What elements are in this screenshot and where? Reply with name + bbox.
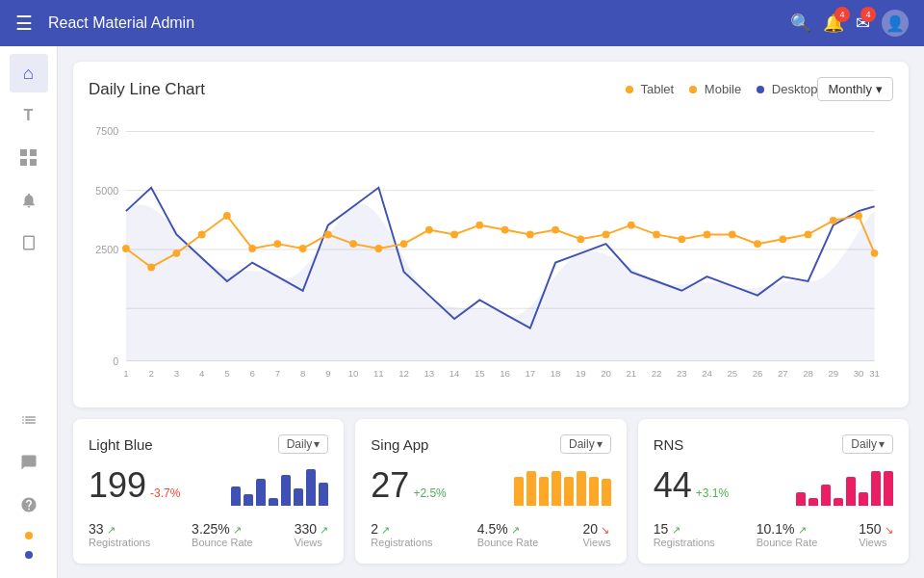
svg-text:29: 29 [828, 368, 838, 379]
mini-bar [319, 483, 328, 506]
stat-filter-button[interactable]: Daily ▾ [560, 434, 611, 454]
svg-rect-1 [30, 149, 37, 156]
metric-value: 10.1% [757, 521, 795, 537]
stat-filter-button[interactable]: Daily ▾ [278, 434, 329, 454]
mini-bars [514, 467, 611, 506]
mini-bar [821, 485, 831, 506]
mini-bars [796, 467, 893, 506]
sidebar-item-book[interactable] [10, 223, 48, 262]
svg-point-31 [577, 235, 584, 243]
metric-label: Views [859, 537, 893, 548]
notifications-icon[interactable]: 🔔 4 [823, 13, 844, 34]
chart-legend: Tablet Mobile Desktop [626, 82, 817, 96]
stat-change: -3.7% [150, 486, 180, 500]
svg-point-19 [273, 240, 281, 248]
chart-controls: Monthly ▾ [817, 77, 893, 101]
mini-bar [269, 498, 278, 506]
stat-metric: 20 ↘ Views [582, 521, 610, 548]
svg-point-40 [805, 231, 812, 239]
metric-value: 150 [859, 521, 881, 537]
svg-point-22 [349, 240, 357, 248]
stat-footer: 15 ↗ Registrations 10.1% ↗ Bounce Rate 1… [654, 521, 893, 548]
stat-card-title: RNS [654, 436, 684, 453]
svg-text:14: 14 [449, 368, 460, 379]
search-icon[interactable]: 🔍 [790, 13, 811, 34]
svg-point-32 [603, 231, 610, 239]
main-content: Daily Line Chart Tablet Mobile Desktop [58, 46, 924, 578]
svg-text:7500: 7500 [95, 125, 118, 137]
chevron-down-icon: ▾ [879, 437, 885, 451]
stat-metric: 330 ↗ Views [295, 521, 329, 548]
svg-text:10: 10 [348, 368, 359, 379]
svg-point-27 [475, 222, 483, 229]
mini-bar [577, 471, 586, 506]
sidebar-item-chat[interactable] [10, 443, 48, 482]
svg-point-38 [754, 240, 761, 248]
svg-text:26: 26 [753, 368, 763, 379]
svg-rect-2 [20, 159, 27, 166]
mini-bar [539, 477, 549, 506]
metric-arrow: ↗ [511, 524, 520, 536]
mini-bar [846, 477, 856, 506]
stat-number: 199 [89, 465, 146, 505]
stat-filter-button[interactable]: Daily ▾ [842, 434, 893, 454]
stat-metric: 150 ↘ Views [859, 521, 893, 548]
chart-filter-button[interactable]: Monthly ▾ [817, 77, 893, 101]
chart-header: Daily Line Chart Tablet Mobile Desktop [89, 77, 893, 101]
stat-metric: 3.25% ↗ Bounce Rate [192, 521, 253, 548]
menu-icon[interactable]: ☰ [15, 12, 33, 35]
mail-icon[interactable]: ✉ 4 [856, 13, 870, 34]
svg-point-16 [198, 231, 206, 239]
metric-value: 33 [89, 521, 104, 537]
stat-metric: 10.1% ↗ Bounce Rate [757, 521, 818, 548]
sidebar-item-home[interactable]: ⌂ [10, 54, 48, 92]
mini-bar [294, 488, 303, 506]
svg-rect-0 [20, 149, 27, 156]
svg-text:5: 5 [224, 368, 229, 379]
sidebar-item-text[interactable]: T [10, 96, 48, 135]
metric-arrow: ↗ [672, 524, 680, 536]
stat-card-header: Sing App Daily ▾ [371, 434, 610, 454]
metric-label: Registrations [371, 537, 432, 548]
mini-bar [602, 479, 611, 506]
metric-value: 3.25% [192, 521, 230, 537]
legend-mobile: Mobile [689, 82, 741, 96]
filter-label: Daily [569, 437, 595, 451]
sidebar: ⌂ T [0, 46, 58, 578]
avatar[interactable]: 👤 [882, 10, 909, 37]
stat-card-0: Light Blue Daily ▾ 199-3.7% 33 ↗ Registr… [73, 419, 344, 564]
svg-point-25 [425, 226, 433, 234]
svg-text:16: 16 [500, 368, 510, 379]
sidebar-item-help[interactable] [10, 486, 48, 524]
stat-change: +2.5% [413, 486, 446, 500]
metric-label: Bounce Rate [192, 537, 253, 548]
mini-bar [589, 477, 599, 506]
sidebar-item-grid[interactable] [10, 139, 48, 177]
topnav: ☰ React Material Admin 🔍 🔔 4 ✉ 4 👤 [0, 0, 924, 46]
sidebar-item-list[interactable] [10, 401, 48, 439]
stat-metric: 33 ↗ Registrations [89, 521, 150, 548]
metric-label: Views [295, 537, 329, 548]
svg-text:1: 1 [123, 368, 128, 379]
svg-text:19: 19 [576, 368, 586, 379]
svg-text:27: 27 [778, 368, 788, 379]
svg-text:23: 23 [677, 368, 687, 379]
svg-text:13: 13 [424, 368, 434, 379]
sidebar-item-bell[interactable] [10, 181, 48, 220]
filter-label: Daily [287, 437, 313, 451]
svg-point-14 [147, 264, 155, 272]
svg-point-30 [552, 226, 559, 234]
metric-arrow: ↗ [798, 524, 807, 536]
mini-bar [306, 469, 316, 506]
svg-text:3: 3 [174, 368, 179, 379]
svg-text:11: 11 [373, 368, 384, 379]
metric-label: Registrations [654, 537, 715, 548]
stat-metric: 15 ↗ Registrations [654, 521, 715, 548]
svg-point-42 [855, 212, 862, 220]
stat-main: 44+3.1% [654, 465, 893, 506]
line-chart-svg: 7500 5000 2500 0 [89, 109, 893, 388]
stat-main: 199-3.7% [89, 465, 328, 506]
legend-tablet: Tablet [626, 82, 674, 96]
bell-badge: 4 [834, 7, 850, 22]
stat-card-title: Sing App [371, 436, 428, 453]
